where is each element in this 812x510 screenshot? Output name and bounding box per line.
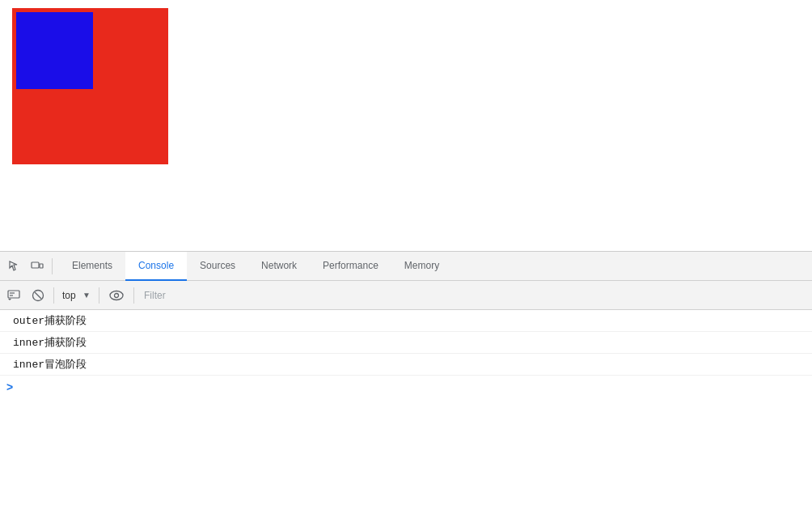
red-square bbox=[12, 8, 168, 164]
console-line: outer捕获阶段 bbox=[0, 310, 812, 332]
devtools-toolbar: Elements Console Sources Network Perform… bbox=[0, 252, 812, 281]
tab-network[interactable]: Network bbox=[248, 252, 310, 281]
context-select[interactable]: top bbox=[59, 288, 92, 303]
console-output: outer捕获阶段 inner捕获阶段 inner冒泡阶段 > bbox=[0, 310, 812, 510]
console-input[interactable] bbox=[19, 381, 26, 393]
console-line: inner捕获阶段 bbox=[0, 332, 812, 354]
inspect-element-icon[interactable] bbox=[3, 255, 26, 278]
svg-rect-0 bbox=[32, 262, 39, 268]
filter-input[interactable] bbox=[141, 290, 809, 301]
console-secondary-toolbar: top ▼ bbox=[0, 281, 812, 310]
eye-icon[interactable] bbox=[106, 285, 127, 306]
browser-viewport bbox=[0, 0, 812, 251]
svg-rect-1 bbox=[40, 264, 43, 268]
devtools-panel: Elements Console Sources Network Perform… bbox=[0, 251, 812, 510]
console-prompt-arrow-icon: > bbox=[6, 380, 13, 393]
tab-elements[interactable]: Elements bbox=[59, 252, 125, 281]
clear-console-icon[interactable] bbox=[27, 285, 49, 306]
filter-separator-2 bbox=[133, 287, 134, 304]
svg-line-7 bbox=[35, 292, 41, 299]
context-selector-wrapper: top ▼ bbox=[59, 288, 92, 303]
filter-separator bbox=[99, 287, 99, 304]
svg-marker-5 bbox=[8, 299, 11, 300]
svg-point-9 bbox=[115, 293, 119, 297]
svg-point-8 bbox=[110, 291, 123, 300]
tab-performance[interactable]: Performance bbox=[310, 252, 391, 281]
svg-rect-2 bbox=[8, 291, 19, 298]
console-prompt-line[interactable]: > bbox=[0, 376, 812, 398]
canvas-area bbox=[12, 8, 168, 164]
tab-console[interactable]: Console bbox=[125, 252, 187, 281]
tab-memory[interactable]: Memory bbox=[391, 252, 452, 281]
tab-sources[interactable]: Sources bbox=[187, 252, 248, 281]
console-messages-icon[interactable] bbox=[3, 285, 24, 306]
device-toolbar-icon[interactable] bbox=[26, 255, 49, 278]
console-line: inner冒泡阶段 bbox=[0, 354, 812, 376]
blue-square bbox=[16, 12, 93, 89]
console-toolbar-separator bbox=[53, 287, 54, 304]
toolbar-separator bbox=[52, 258, 53, 274]
